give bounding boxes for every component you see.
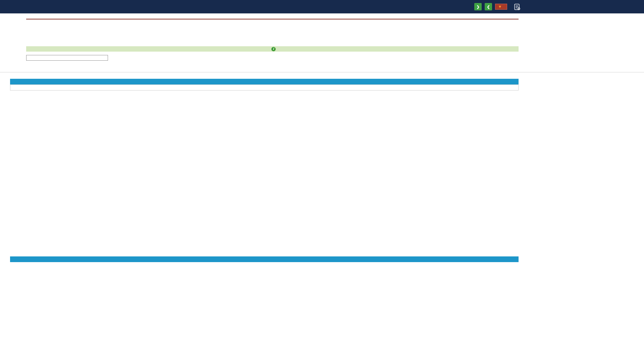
topbar-actions: ▼ ❯ ❮: [474, 0, 521, 13]
section-production-sales: [10, 79, 519, 84]
report-type-dropdown[interactable]: ▼: [495, 4, 507, 10]
header-divider: [0, 72, 644, 72]
next-report-button[interactable]: ❯: [485, 3, 492, 10]
amounts-unit-note-box: [26, 55, 108, 61]
amounts-note-row: [10, 84, 519, 90]
page: { "colors": { "topbar_bg": "#172a4d", "s…: [0, 0, 644, 362]
caret-down-icon: ▼: [499, 5, 501, 8]
info-icon: i: [271, 47, 276, 51]
watermark: [173, 91, 336, 197]
signature-match-banner: i: [26, 46, 519, 52]
chevron-right-icon: ❯: [487, 5, 490, 9]
previous-report-button[interactable]: ❮: [474, 3, 482, 10]
chevron-left-icon: ❮: [476, 5, 479, 9]
topbar: ▼ ❯ ❮: [0, 0, 644, 13]
section-raw-materials: [10, 256, 519, 262]
company-info-section: [26, 19, 519, 19]
report-icon[interactable]: [513, 3, 521, 10]
